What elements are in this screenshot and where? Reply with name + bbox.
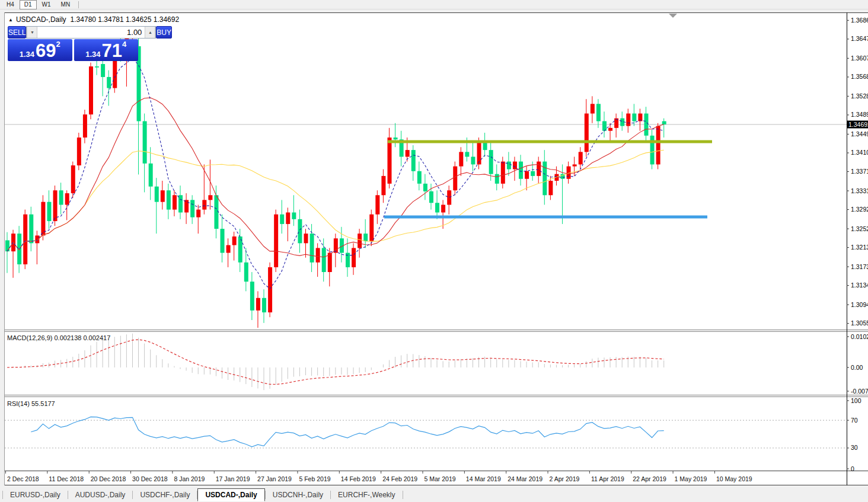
svg-text:1.30940: 1.30940 <box>851 301 868 308</box>
chart-tab-eurchf-weekly[interactable]: EURCHF-,Weekly <box>331 489 402 501</box>
svg-text:100: 100 <box>851 397 861 404</box>
chart-ohlc-values: 1.34780 1.34781 1.34625 1.34692 <box>71 15 180 24</box>
svg-text:24 Mar 2019: 24 Mar 2019 <box>508 475 542 482</box>
macd-values: 0.002138 0.002417 <box>54 334 110 341</box>
svg-text:0: 0 <box>851 465 854 472</box>
timeframe-button-h4[interactable]: H4 <box>2 0 19 9</box>
svg-text:1.34692: 1.34692 <box>848 121 868 128</box>
svg-text:0.00: 0.00 <box>851 364 863 371</box>
volume-stepper: ▼ ▲ <box>26 26 156 39</box>
terminal-window: H4D1W1MN 1.368601.364701.360701.356801.3… <box>0 0 868 502</box>
svg-text:1.33310: 1.33310 <box>851 187 868 194</box>
volume-input[interactable] <box>37 27 145 38</box>
timeframe-button-mn[interactable]: MN <box>56 0 75 9</box>
chevron-down-icon: ▼ <box>30 30 34 34</box>
svg-text:10 May 2019: 10 May 2019 <box>716 475 752 482</box>
svg-text:1.33710: 1.33710 <box>851 168 868 175</box>
svg-text:5 Feb 2019: 5 Feb 2019 <box>299 475 330 482</box>
svg-text:24 Feb 2019: 24 Feb 2019 <box>382 475 417 482</box>
svg-text:1.34490: 1.34490 <box>851 130 868 138</box>
svg-text:14 Mar 2019: 14 Mar 2019 <box>466 475 501 482</box>
svg-text:30: 30 <box>851 444 858 451</box>
buy-price-big: 71 <box>102 42 122 59</box>
svg-text:1.32520: 1.32520 <box>851 225 868 232</box>
buy-price-prefix: 1.34 <box>85 50 100 59</box>
sell-button[interactable]: SELL <box>8 26 26 39</box>
svg-text:1.34890: 1.34890 <box>851 111 868 118</box>
buy-price-box[interactable]: 1.34 71 4 <box>74 39 139 61</box>
svg-text:1.31340: 1.31340 <box>851 282 868 289</box>
buy-button[interactable]: BUY <box>156 26 172 39</box>
svg-text:1.35280: 1.35280 <box>851 92 868 100</box>
symbol-tab-bar: EURUSD-,DailyAUDUSD-,DailyUSDCHF-,DailyU… <box>0 487 868 502</box>
svg-text:1.32130: 1.32130 <box>851 244 868 251</box>
sell-price-box[interactable]: 1.34 69 2 <box>8 39 72 61</box>
rsi-value: 55.5177 <box>31 400 55 407</box>
svg-text:8 Jan 2019: 8 Jan 2019 <box>174 475 205 482</box>
svg-text:1.32920: 1.32920 <box>851 206 868 213</box>
timeframe-toolbar: H4D1W1MN <box>0 0 868 9</box>
svg-text:-0.007477: -0.007477 <box>851 388 868 395</box>
svg-text:2 Apr 2019: 2 Apr 2019 <box>550 475 580 482</box>
one-click-trade-panel: SELL ▼ ▲ BUY 1.34 69 2 1.34 71 4 <box>8 26 138 61</box>
svg-text:30 Dec 2018: 30 Dec 2018 <box>132 475 168 482</box>
chart-tab-audusd-daily[interactable]: AUDUSD-,Daily <box>68 489 133 501</box>
svg-text:27 Jan 2019: 27 Jan 2019 <box>257 475 292 482</box>
svg-text:22 Apr 2019: 22 Apr 2019 <box>633 475 666 482</box>
chart-symbol-period: USDCAD-,Daily <box>16 15 66 24</box>
svg-text:1.34100: 1.34100 <box>851 149 868 156</box>
svg-text:1.30550: 1.30550 <box>851 319 868 327</box>
svg-text:1 May 2019: 1 May 2019 <box>675 475 707 482</box>
chart-title: ▲USDCAD-,Daily1.34780 1.34781 1.34625 1.… <box>8 15 179 24</box>
sell-price-sup: 2 <box>56 40 60 48</box>
sell-price-prefix: 1.34 <box>20 50 34 59</box>
svg-text:1.36070: 1.36070 <box>851 55 868 62</box>
rsi-name: RSI(14) <box>7 400 30 407</box>
tab-separator <box>403 491 403 499</box>
rsi-indicator-label: RSI(14) 55.5177 <box>7 400 55 407</box>
buy-price-sup: 4 <box>122 40 126 48</box>
chart-tab-usdcnh-daily[interactable]: USDCNH-,Daily <box>266 489 330 501</box>
macd-indicator-label: MACD(12,26,9) 0.002138 0.002417 <box>7 334 110 341</box>
sell-price-big: 69 <box>36 42 56 59</box>
volume-down-button[interactable]: ▼ <box>27 27 37 38</box>
svg-text:20 Dec 2018: 20 Dec 2018 <box>91 475 126 482</box>
timeframe-button-w1[interactable]: W1 <box>37 0 56 9</box>
svg-text:70: 70 <box>851 417 858 424</box>
svg-text:11 Dec 2018: 11 Dec 2018 <box>49 475 84 482</box>
svg-text:1.36860: 1.36860 <box>851 17 868 24</box>
timeframe-button-d1[interactable]: D1 <box>20 0 37 9</box>
svg-text:1.35680: 1.35680 <box>851 73 868 80</box>
svg-text:5 Mar 2019: 5 Mar 2019 <box>425 475 456 482</box>
svg-text:14 Feb 2019: 14 Feb 2019 <box>341 475 376 482</box>
chart-canvas[interactable]: 1.368601.364701.360701.356801.352801.348… <box>0 0 868 487</box>
macd-name: MACD(12,26,9) <box>7 334 52 341</box>
svg-text:1.36470: 1.36470 <box>851 35 868 42</box>
volume-up-button[interactable]: ▲ <box>145 27 155 38</box>
chart-tab-eurusd-daily[interactable]: EURUSD-,Daily <box>3 489 68 501</box>
collapse-panel-icon[interactable]: ▲ <box>8 17 13 23</box>
svg-text:17 Jan 2019: 17 Jan 2019 <box>216 475 250 482</box>
chart-tab-usdcad-daily[interactable]: USDCAD-,Daily <box>197 488 264 501</box>
svg-text:0.010229: 0.010229 <box>851 333 868 340</box>
svg-text:11 Apr 2019: 11 Apr 2019 <box>591 475 624 482</box>
svg-text:1.31730: 1.31730 <box>851 263 868 270</box>
chart-tab-usdchf-daily[interactable]: USDCHF-,Daily <box>133 489 197 501</box>
chevron-up-icon: ▲ <box>148 30 152 34</box>
toolbar-separator <box>78 1 79 8</box>
svg-text:2 Dec 2018: 2 Dec 2018 <box>7 475 39 482</box>
